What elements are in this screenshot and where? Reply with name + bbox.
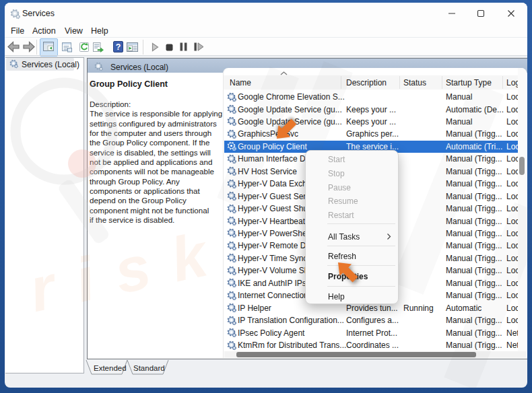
svg-text:?: ? — [116, 42, 121, 52]
